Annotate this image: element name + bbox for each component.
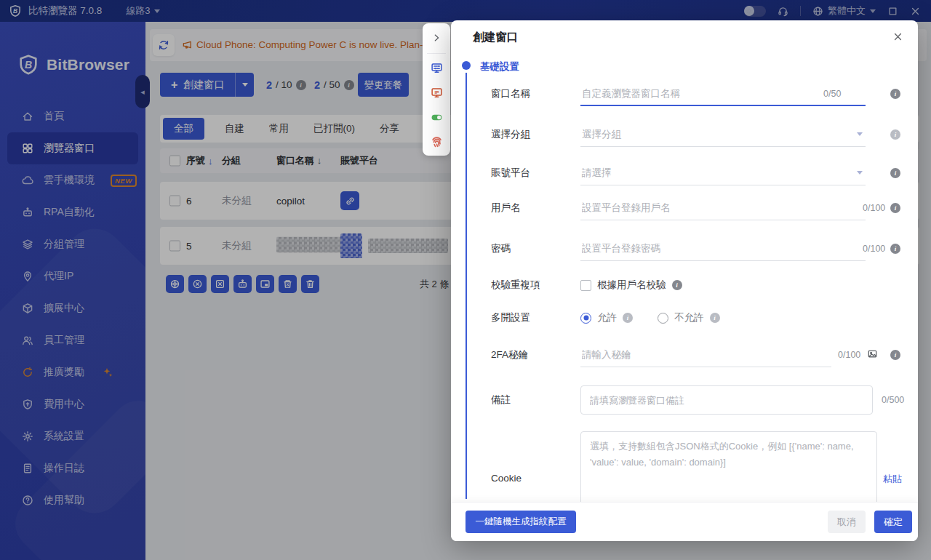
info-icon[interactable]: i [890, 89, 900, 99]
toggle-on-icon [431, 111, 443, 124]
field-window-name: 窗口名稱 0/50 i [451, 81, 918, 106]
display-sliders-icon [431, 62, 443, 74]
platform-select[interactable]: 請選擇 [580, 161, 866, 185]
info-icon[interactable]: i [890, 203, 900, 213]
upload-image-icon[interactable] [867, 348, 878, 361]
chevron-right-icon [431, 33, 441, 43]
step-dot [462, 61, 471, 70]
app-window: B 比特瀏覽器 7.0.8 線路3 繁體中文 B BitB [0, 0, 931, 560]
confirm-button[interactable]: 確定 [874, 511, 912, 533]
modal-footer: 一鍵隨機生成指紋配置 取消 確定 [451, 502, 918, 541]
remark-input[interactable] [580, 385, 873, 415]
allow-radio[interactable] [580, 313, 591, 324]
chevron-down-icon [857, 171, 863, 175]
field-2fa-secret: 2FA秘鑰 0/100 i [451, 343, 918, 367]
info-icon[interactable]: i [623, 313, 633, 323]
info-icon[interactable]: i [890, 350, 900, 360]
info-icon[interactable]: i [890, 244, 900, 254]
field-username: 用戶名 0/100 i [451, 196, 918, 220]
char-counter: 0/100 [863, 203, 885, 213]
deny-radio[interactable] [658, 313, 668, 324]
toolbar-collapse-chevron[interactable] [425, 28, 447, 49]
char-counter: 0/50 [823, 89, 841, 99]
char-counter: 0/100 [863, 244, 885, 254]
field-duplicate-check: 校驗重複項 根據用戶名校驗 i [451, 273, 918, 297]
ip-display-icon: IP [431, 87, 443, 99]
group-select[interactable]: 選擇分組 [580, 122, 866, 147]
field-group: 選擇分組 選擇分組 i [451, 122, 918, 147]
fingerprint-button[interactable] [425, 131, 447, 152]
section-title-basic-settings: 基礎設置 [480, 60, 519, 73]
field-platform: 賬號平台 請選擇 i [451, 161, 918, 185]
modal-close-icon[interactable] [892, 31, 903, 44]
toggle-button[interactable] [425, 107, 447, 128]
info-icon[interactable]: i [672, 280, 682, 290]
floating-toolbar: IP [423, 23, 450, 156]
2fa-secret-input[interactable] [580, 343, 831, 367]
paste-link[interactable]: 粘貼 [883, 473, 902, 486]
field-password: 密碼 0/100 i [451, 236, 918, 261]
svg-text:IP: IP [434, 89, 439, 95]
info-icon[interactable]: i [890, 129, 900, 140]
modal-title: 創建窗口 [473, 30, 518, 45]
cookie-label: Cookie [491, 473, 522, 484]
field-multi-open: 多開設置 允許 i 不允許 i [451, 305, 918, 330]
char-counter: 0/100 [838, 350, 860, 360]
toolbar-divider [427, 53, 446, 54]
ip-monitor-button[interactable]: IP [425, 82, 447, 103]
generate-fingerprint-button[interactable]: 一鍵隨機生成指紋配置 [466, 511, 576, 533]
info-icon[interactable]: i [710, 313, 720, 323]
cookie-textarea[interactable] [580, 431, 877, 502]
create-window-modal: 創建窗口 基礎設置 窗口名稱 0/50 i 選擇分組 選擇分組 i [451, 20, 918, 541]
display-settings-button[interactable] [425, 58, 447, 79]
duplicate-check-checkbox[interactable] [580, 280, 591, 291]
cancel-button[interactable]: 取消 [828, 511, 866, 533]
modal-body: 創建窗口 基礎設置 窗口名稱 0/50 i 選擇分組 選擇分組 i [451, 20, 918, 502]
chevron-down-icon [857, 132, 863, 136]
password-input[interactable] [580, 236, 866, 261]
info-icon[interactable]: i [890, 168, 900, 178]
char-counter: 0/500 [882, 385, 904, 415]
username-input[interactable] [580, 196, 866, 220]
fingerprint-icon [430, 135, 444, 148]
remark-label: 備註 [491, 385, 511, 415]
